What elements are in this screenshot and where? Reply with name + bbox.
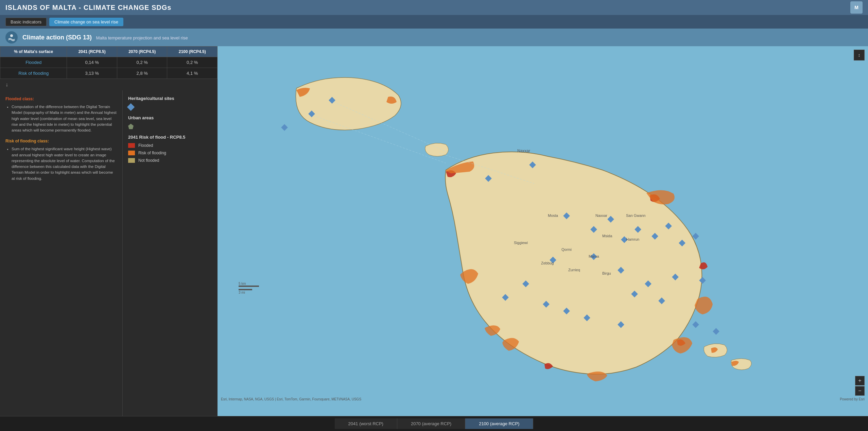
tab-basic-indicators[interactable]: Basic indicators	[5, 18, 47, 26]
esri-attribution: Powered by Esri	[840, 397, 865, 401]
map-panel[interactable]: Naxxar Mosta Naxxar San Gwann Msida Hamr…	[218, 46, 868, 416]
download-icon[interactable]: ↓	[5, 82, 8, 88]
tab-climate-sea-level[interactable]: Climate change on sea level rise	[49, 18, 123, 26]
svg-text:Birgu: Birgu	[602, 271, 611, 275]
legend-not-flooded: Not flooded	[128, 158, 212, 163]
risk-flooding-color-swatch	[128, 151, 135, 155]
flooded-label: Flooded	[138, 143, 153, 148]
flooded-color-swatch	[128, 143, 135, 148]
zoom-out-button[interactable]: −	[855, 386, 865, 396]
urban-icon	[128, 124, 134, 129]
header: ISLANDS OF MALTA - CLIMATE CHANGE SDGs M	[0, 0, 868, 15]
svg-text:Qormi: Qormi	[561, 247, 572, 252]
col-header-2100: 2100 (RCP4.5)	[167, 47, 218, 57]
climate-icon	[5, 31, 18, 44]
legend-panel: Heritage/cultural sites Urban areas 2041…	[122, 90, 218, 416]
col-header-surface: % of Malta's surface	[0, 47, 67, 57]
svg-text:Naxxar: Naxxar	[595, 213, 607, 218]
table-row: Risk of flooding 3,13 % 2,8 % 4,1 %	[0, 68, 218, 79]
flood-legend-title: 2041 Risk of flood - RCP8.5	[128, 135, 212, 140]
not-flooded-color-swatch	[128, 158, 135, 163]
svg-text:Marsa: Marsa	[589, 254, 599, 258]
cell-flooded-2100: 0,2 %	[167, 57, 218, 68]
logo: M	[850, 1, 863, 14]
cell-risk-2100: 4,1 %	[167, 68, 218, 79]
cell-flooded-2041: 0,14 %	[67, 57, 117, 68]
description-left: Flooded class: Computation of the differ…	[0, 90, 122, 416]
legend-risk-flooding: Risk of flooding	[128, 151, 212, 155]
left-panel: % of Malta's surface 2041 (RCP8.5) 2070 …	[0, 46, 218, 416]
row-label-risk: Risk of flooding	[0, 68, 67, 79]
not-flooded-label: Not flooded	[138, 158, 159, 163]
svg-rect-48	[239, 289, 252, 290]
data-table: % of Malta's surface 2041 (RCP8.5) 2070 …	[0, 46, 218, 79]
comino-island	[425, 143, 449, 156]
download-row: ↓	[0, 79, 218, 90]
desc-panel: Flooded class: Computation of the differ…	[0, 90, 218, 416]
flooded-class-text: Computation of the difference between th…	[12, 104, 117, 133]
svg-point-0	[10, 34, 13, 37]
climate-action-title-group: Climate action (SDG 13) Malta temperatur…	[22, 34, 188, 41]
cell-risk-2070: 2,8 %	[117, 68, 167, 79]
urban-title: Urban areas	[128, 115, 212, 120]
risk-flooding-label: Risk of flooding	[138, 151, 166, 155]
flooded-class-title: Flooded class:	[5, 96, 117, 102]
zoom-in-button[interactable]: +	[855, 376, 865, 385]
risk-class-text: Sum of the highest significant wave heig…	[12, 146, 117, 182]
time-btn-2070[interactable]: 2070 (average RCP)	[397, 418, 465, 429]
cell-risk-2041: 3,13 %	[67, 68, 117, 79]
bottom-time-bar: 2041 (worst RCP) 2070 (average RCP) 2100…	[0, 416, 868, 431]
time-btn-2041[interactable]: 2041 (worst RCP)	[335, 418, 397, 429]
svg-text:Hamrun: Hamrun	[626, 237, 639, 241]
map-attribution: Esri, Intermap, NASA, NGA, USGS | Esri, …	[221, 397, 361, 401]
col-header-2070: 2070 (RCP4.5)	[117, 47, 167, 57]
heritage-icon	[127, 103, 135, 111]
tabs-bar: Basic indicators Climate change on sea l…	[0, 15, 868, 29]
col-header-2041: 2041 (RCP8.5)	[67, 47, 117, 57]
map-svg: Naxxar Mosta Naxxar San Gwann Msida Hamr…	[228, 48, 857, 415]
legend-urban	[128, 124, 212, 129]
legend-heritage	[128, 104, 212, 110]
legend-flooded: Flooded	[128, 143, 212, 148]
map-container: Naxxar Mosta Naxxar San Gwann Msida Hamr…	[218, 46, 868, 416]
climate-action-bar: Climate action (SDG 13) Malta temperatur…	[0, 29, 868, 46]
time-btn-2100[interactable]: 2100 (average RCP)	[465, 418, 533, 429]
table-row: Flooded 0,14 % 0,2 % 0,2 %	[0, 57, 218, 68]
climate-title: Climate action (SDG 13)	[22, 34, 92, 41]
svg-text:Zurrieq: Zurrieq	[568, 268, 580, 272]
heritage-title: Heritage/cultural sites	[128, 96, 212, 101]
svg-text:Mosta: Mosta	[548, 213, 558, 218]
svg-text:Naxxar: Naxxar	[517, 149, 530, 153]
svg-text:3 mi: 3 mi	[239, 291, 245, 294]
main-layout: % of Malta's surface 2041 (RCP8.5) 2070 …	[0, 46, 868, 416]
map-expand-button[interactable]: ↕	[854, 50, 865, 61]
svg-text:Msida: Msida	[602, 234, 612, 238]
cell-flooded-2070: 0,2 %	[117, 57, 167, 68]
zoom-controls: + −	[855, 376, 865, 396]
page-title: ISLANDS OF MALTA - CLIMATE CHANGE SDGs	[5, 4, 171, 12]
svg-text:Siggiewi: Siggiewi	[514, 241, 528, 245]
climate-subtitle: Malta temperature projection and sea lev…	[96, 35, 188, 40]
svg-text:5 km: 5 km	[239, 282, 246, 286]
risk-class-title: Risk of flooding class:	[5, 138, 117, 144]
row-label-flooded: Flooded	[0, 57, 67, 68]
svg-text:Zebbug: Zebbug	[541, 261, 554, 265]
svg-rect-47	[239, 286, 259, 287]
svg-text:San Gwann: San Gwann	[626, 213, 645, 218]
